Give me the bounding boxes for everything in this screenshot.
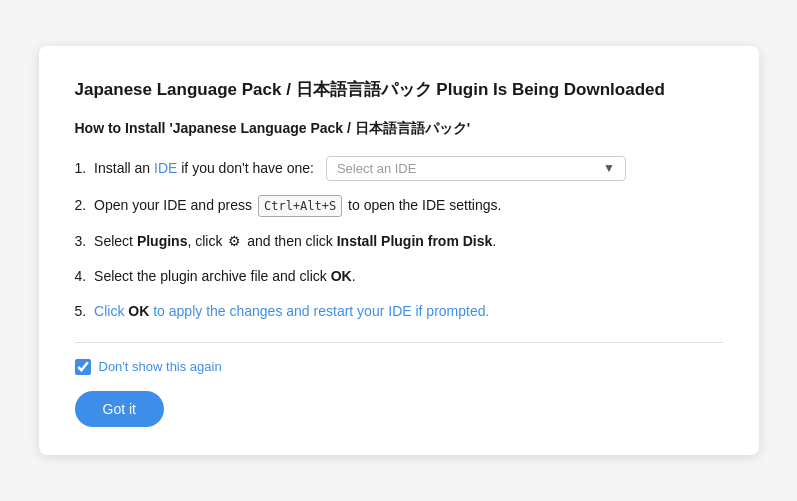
- dont-show-checkbox[interactable]: [75, 359, 91, 375]
- install-plugin-bold: Install Plugin from Disk: [337, 233, 493, 249]
- step-3: 3. Select Plugins, click ⚙ and then clic…: [75, 231, 723, 252]
- step-5-number: 5.: [75, 301, 87, 322]
- chevron-down-icon: ▼: [603, 161, 615, 175]
- divider: [75, 342, 723, 343]
- got-it-button[interactable]: Got it: [75, 391, 164, 427]
- step-1: 1. Install an IDE if you don't have one:…: [75, 156, 723, 181]
- dialog-title: Japanese Language Pack / 日本語言語パック Plugin…: [75, 78, 723, 102]
- step-5-rest: to apply the changes and restart your ID…: [153, 303, 489, 319]
- ide-select[interactable]: Select an IDE ▼: [326, 156, 626, 181]
- ide-link[interactable]: IDE: [154, 160, 177, 176]
- step-2-number: 2.: [75, 195, 87, 216]
- dont-show-label[interactable]: Don't show this again: [99, 359, 222, 374]
- step-1-text: Install an IDE if you don't have one:: [90, 160, 314, 176]
- step-3-text: Select Plugins, click ⚙ and then click I…: [90, 231, 496, 252]
- step-5: 5. Click OK to apply the changes and res…: [75, 301, 723, 322]
- step-1-number: 1.: [75, 160, 87, 176]
- step-4: 4. Select the plugin archive file and cl…: [75, 266, 723, 287]
- ok-bold-1: OK: [331, 268, 352, 284]
- checkbox-row: Don't show this again: [75, 359, 723, 375]
- step-4-number: 4.: [75, 266, 87, 287]
- step-5-text: Click OK to apply the changes and restar…: [90, 301, 489, 322]
- dialog-subtitle: How to Install 'Japanese Language Pack /…: [75, 120, 723, 138]
- keyboard-shortcut: Ctrl+Alt+S: [258, 195, 342, 217]
- dialog: Japanese Language Pack / 日本語言語パック Plugin…: [39, 46, 759, 455]
- step-4-text: Select the plugin archive file and click…: [90, 266, 355, 287]
- step-2: 2. Open your IDE and press Ctrl+Alt+S to…: [75, 195, 723, 217]
- ide-select-placeholder: Select an IDE: [337, 161, 417, 176]
- click-text: Click: [94, 303, 124, 319]
- step-3-number: 3.: [75, 231, 87, 252]
- ok-bold-2: OK: [128, 303, 149, 319]
- step-2-text: Open your IDE and press Ctrl+Alt+S to op…: [90, 195, 501, 217]
- gear-icon: ⚙: [228, 231, 241, 252]
- plugins-bold: Plugins: [137, 233, 188, 249]
